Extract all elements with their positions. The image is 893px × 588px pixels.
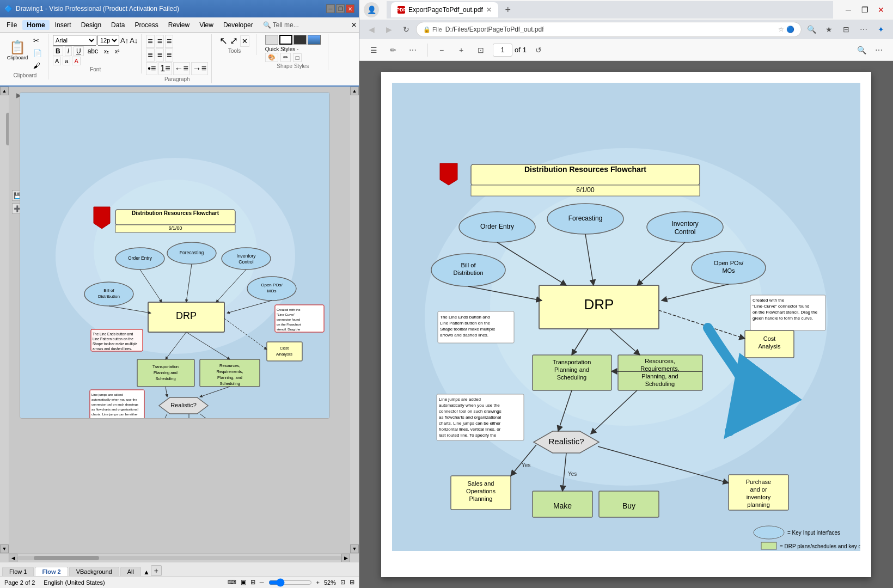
decrease-indent-button[interactable]: ←≡ bbox=[173, 62, 190, 75]
increase-indent-button[interactable]: →≡ bbox=[191, 62, 208, 75]
browser-restore-button[interactable]: ❐ bbox=[857, 2, 872, 17]
forward-button[interactable]: ▶ bbox=[381, 22, 396, 37]
sidebar-toggle-button[interactable]: ☰ bbox=[366, 42, 381, 58]
font-color-button[interactable]: A bbox=[72, 57, 80, 65]
view-normal-button[interactable]: ▣ bbox=[241, 579, 246, 586]
align-right-button[interactable]: ≡ bbox=[165, 35, 173, 48]
tab-up-arrow[interactable]: ▲ bbox=[143, 568, 150, 576]
fullscreen-button[interactable]: ⊞ bbox=[350, 579, 354, 586]
minimize-button[interactable]: ─ bbox=[326, 4, 335, 13]
menu-developer[interactable]: Developer bbox=[219, 20, 258, 30]
new-tab-button[interactable]: + bbox=[500, 2, 516, 17]
pdf-search-button[interactable]: 🔍 bbox=[854, 42, 869, 58]
zoom-out-button[interactable]: ─ bbox=[260, 579, 264, 586]
menu-file[interactable]: File bbox=[2, 20, 21, 30]
italic-button[interactable]: I bbox=[65, 46, 72, 56]
canvas-content[interactable]: ▶ 💾 ➕ bbox=[9, 87, 350, 553]
view-full-button[interactable]: ⊞ bbox=[250, 579, 255, 586]
profile-icon[interactable]: 👤 bbox=[364, 2, 379, 17]
zoom-out-pdf-button[interactable]: − bbox=[434, 42, 449, 58]
shape-style-2[interactable] bbox=[279, 35, 292, 45]
scroll-down-button[interactable]: ▼ bbox=[0, 544, 9, 553]
split-view-button[interactable]: ⊟ bbox=[839, 22, 854, 37]
menu-insert[interactable]: Insert bbox=[51, 20, 76, 30]
close-tab-button[interactable]: ✕ bbox=[486, 6, 492, 14]
bookmark-button[interactable]: ☆ bbox=[778, 26, 784, 33]
copy-button[interactable]: 📄 bbox=[30, 47, 45, 59]
menu-design[interactable]: Design bbox=[77, 20, 106, 30]
tab-all[interactable]: All bbox=[120, 567, 141, 576]
menu-home[interactable]: Home bbox=[22, 20, 49, 30]
zoom-in-button[interactable]: + bbox=[316, 579, 320, 586]
shape-style-3[interactable] bbox=[293, 35, 307, 45]
visio-diagram[interactable]: Distribution Resources Flowchart 6/1/00 … bbox=[20, 92, 330, 419]
url-bar[interactable]: 🔒 File D:/Files/ExportPageToPdf_out.pdf … bbox=[416, 22, 802, 37]
add-tab-button[interactable]: + bbox=[151, 565, 162, 576]
underline-button[interactable]: U bbox=[74, 46, 84, 56]
font-size-select[interactable]: 12pt. bbox=[97, 35, 119, 46]
page-number-input[interactable] bbox=[493, 44, 512, 57]
menu-process[interactable]: Process bbox=[130, 20, 162, 30]
menu-data[interactable]: Data bbox=[107, 20, 129, 30]
rotate-pdf-button[interactable]: ↺ bbox=[531, 42, 546, 58]
menu-view[interactable]: View bbox=[195, 20, 218, 30]
shadow-button[interactable]: □ bbox=[293, 53, 302, 62]
subscript-button[interactable]: x₂ bbox=[102, 48, 111, 55]
pdf-tab[interactable]: PDF ExportPageToPdf_out.pdf ✕ bbox=[391, 2, 498, 17]
menu-tell-me[interactable]: 🔍 Tell me... bbox=[259, 20, 303, 30]
superscript-button[interactable]: x² bbox=[113, 48, 121, 55]
scroll-left-button[interactable]: ◀ bbox=[9, 554, 17, 562]
line-color-button[interactable]: ✏ bbox=[280, 53, 291, 62]
more-tools-button[interactable]: ⋯ bbox=[405, 42, 420, 58]
shrink-font-button[interactable]: A↓ bbox=[130, 36, 138, 45]
back-button[interactable]: ◀ bbox=[364, 22, 379, 37]
zoom-slider[interactable] bbox=[268, 578, 312, 587]
grow-font-button[interactable]: A↑ bbox=[120, 36, 129, 45]
pdf-more-button[interactable]: ⋯ bbox=[871, 42, 886, 58]
tab-flow1[interactable]: Flow 1 bbox=[2, 567, 34, 576]
tab-vbackground[interactable]: VBackground bbox=[69, 567, 119, 576]
align-left2-button[interactable]: ≡ bbox=[146, 48, 154, 62]
decrease-font-button[interactable]: a bbox=[63, 57, 70, 65]
refresh-button[interactable]: ↻ bbox=[399, 22, 414, 37]
browser-minimize-button[interactable]: ─ bbox=[841, 2, 856, 17]
fit-page-pdf-button[interactable]: ⊡ bbox=[473, 42, 488, 58]
close-button[interactable]: ✕ bbox=[346, 4, 354, 13]
format-painter-button[interactable]: 🖌 bbox=[30, 60, 45, 71]
align-center2-button[interactable]: ≡ bbox=[156, 48, 164, 62]
eraser-button[interactable]: ✕ bbox=[240, 35, 249, 47]
zoom-in-pdf-button[interactable]: + bbox=[454, 42, 469, 58]
scroll-right-button[interactable]: ▶ bbox=[341, 554, 350, 562]
draw-button[interactable]: ✏ bbox=[386, 42, 401, 58]
align-center-button[interactable]: ≡ bbox=[156, 35, 164, 48]
scroll-up-button[interactable]: ▲ bbox=[0, 87, 9, 95]
fit-page-button[interactable]: ⊡ bbox=[340, 579, 345, 586]
align-right2-button[interactable]: ≡ bbox=[165, 48, 173, 62]
shape-style-4[interactable] bbox=[308, 35, 321, 45]
scroll-right-down-button[interactable]: ▼ bbox=[350, 544, 359, 553]
scroll-right-up-button[interactable]: ▲ bbox=[350, 87, 359, 95]
connector-tool[interactable]: ⤢ bbox=[230, 35, 238, 47]
bold-button[interactable]: B bbox=[53, 46, 63, 56]
paste-button[interactable]: 📋 Clipboard bbox=[5, 35, 29, 65]
extension-button[interactable]: 🔵 bbox=[786, 26, 794, 33]
increase-font-button[interactable]: A bbox=[53, 57, 61, 65]
restore-button[interactable]: ❐ bbox=[336, 4, 345, 13]
fill-color-button[interactable]: 🎨 bbox=[265, 53, 278, 62]
cut-button[interactable]: ✂ bbox=[30, 35, 45, 46]
ribbon-close[interactable]: ✕ bbox=[351, 21, 357, 29]
copilot-button[interactable]: ✦ bbox=[873, 22, 889, 37]
browser-close-button[interactable]: ✕ bbox=[873, 2, 889, 17]
menu-review[interactable]: Review bbox=[164, 20, 194, 30]
horizontal-scrollbar[interactable]: ◀ ▶ bbox=[0, 553, 359, 562]
accessibility-icon[interactable]: ⌨ bbox=[228, 579, 236, 586]
font-select[interactable]: Arial bbox=[53, 35, 96, 46]
pdf-content[interactable]: Distribution Resources Flowchart 6/1/00 … bbox=[359, 61, 893, 588]
more-button[interactable]: ⋯ bbox=[856, 22, 871, 37]
numbers-button[interactable]: 1≡ bbox=[158, 62, 172, 75]
zoom-button[interactable]: 🔍 bbox=[804, 22, 819, 37]
tab-flow2[interactable]: Flow 2 bbox=[35, 567, 68, 576]
strikethrough-button[interactable]: abc bbox=[85, 47, 100, 56]
align-left-button[interactable]: ≡ bbox=[146, 35, 154, 48]
pointer-tool[interactable]: ↖ bbox=[219, 35, 228, 47]
